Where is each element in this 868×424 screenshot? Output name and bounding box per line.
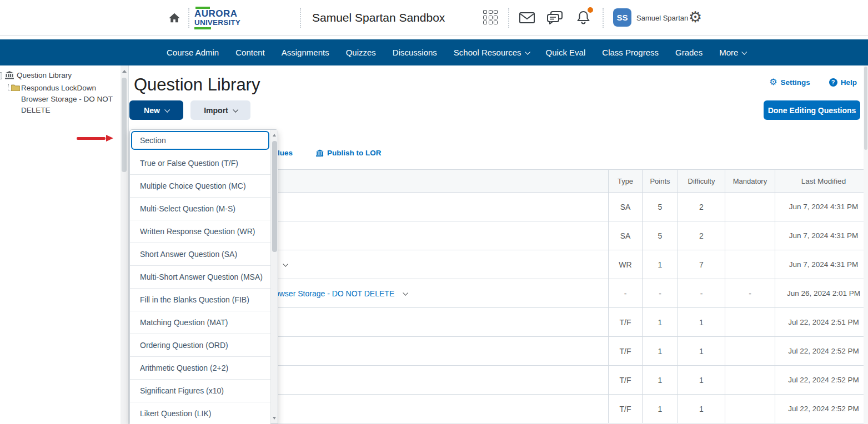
divider [188,8,189,28]
tree-item-respondus-folder[interactable]: Respondus LockDown Browser Storage - DO … [21,83,122,116]
publish-to-lor-link[interactable]: Publish to LOR [316,149,382,157]
cell-last-modified: Jul 22, 2024 2:52 PM [775,337,868,366]
new-button[interactable]: New [129,100,183,120]
email-icon[interactable] [518,9,536,27]
column-header-type: Type [608,170,642,193]
tree-item-label: Question Library [17,71,72,79]
column-header-last-modified: Last Modified [775,170,868,193]
cell-difficulty: - [678,279,725,308]
chevron-down-icon[interactable] [403,290,408,296]
cell-type: SA [608,193,642,221]
top-header: AURORA UNIVERSITY Samuel Spartan Sandbox… [0,0,868,36]
menu-item-significant-figures-x10[interactable]: Significant Figures (x10) [130,379,270,402]
menu-item-fill-in-the-blanks-question-fib[interactable]: Fill in the Blanks Question (FIB) [130,288,270,311]
page-action-links: ⚙ Settings ? Help [769,78,857,87]
nav-item-quick-eval[interactable]: Quick Eval [546,48,586,57]
menu-item-arithmetic-question-2-2[interactable]: Arithmetic Question (2+2) [130,356,270,379]
home-icon[interactable] [165,9,183,27]
chat-icon[interactable] [545,9,564,27]
sidebar-scrollbar[interactable] [121,65,128,424]
menu-item-multiple-choice-question-mc[interactable]: Multiple Choice Question (MC) [130,174,270,197]
help-link[interactable]: ? Help [829,78,857,87]
page-scrollbar[interactable] [864,65,868,424]
cell-mandatory [725,193,775,221]
cell-mandatory [725,308,775,337]
cell-difficulty: 1 [678,308,725,337]
cell-last-modified: Jun 7, 2024 4:31 PM [775,193,868,221]
cell-points: 1 [642,395,678,423]
cell-difficulty: 1 [678,395,725,423]
scroll-up-arrow[interactable] [122,70,127,73]
notification-dot [588,7,593,13]
divider [508,8,509,28]
settings-gear-icon: ⚙ [769,78,777,87]
dropdown-scrollbar[interactable] [270,130,278,423]
nav-item-assignments[interactable]: Assignments [282,48,329,57]
menu-item-section[interactable]: Section [131,131,269,150]
nav-item-more[interactable]: More [719,48,746,57]
scroll-thumb[interactable] [864,67,867,150]
lor-bank-icon [316,149,324,157]
nav-item-class-progress[interactable]: Class Progress [602,48,659,57]
cell-difficulty: 1 [678,366,725,395]
cell-type: T/F [608,366,642,395]
cell-last-modified: Jul 22, 2024 2:52 PM [775,366,868,395]
chevron-down-icon [164,107,170,113]
app-launcher-waffle-icon[interactable] [483,10,501,26]
nav-item-content[interactable]: Content [235,48,265,57]
divider [300,8,301,28]
nav-item-school-resources[interactable]: School Resources [454,48,529,57]
menu-item-multi-short-answer-question-msa[interactable]: Multi-Short Answer Question (MSA) [130,265,270,288]
cell-difficulty: 2 [678,193,725,221]
scroll-thumb[interactable] [122,78,127,172]
logo-line1: AURORA [194,9,248,19]
scroll-up-arrow[interactable] [273,134,276,137]
library-bank-icon [5,71,14,79]
cell-mandatory [725,221,775,250]
scroll-down-arrow[interactable] [273,417,276,420]
new-dropdown-menu: SectionTrue or False Question (T/F)Multi… [129,129,278,424]
cell-last-modified: Jul 22, 2024 2:51 PM [775,308,868,337]
user-name[interactable]: Samuel Spartan [636,14,688,22]
cell-type: T/F [608,395,642,423]
logo-line2: UNIVERSITY [194,19,248,26]
cell-type: T/F [608,308,642,337]
alerts-bell-icon[interactable] [574,9,593,27]
page-title: Question Library [134,75,260,95]
menu-item-likert-question-lik[interactable]: Likert Question (LIK) [130,402,270,424]
cell-mandatory: - [725,279,775,308]
scroll-thumb[interactable] [272,141,277,252]
nav-item-course-admin[interactable]: Course Admin [167,48,219,57]
menu-item-written-response-question-wr[interactable]: Written Response Question (WR) [130,220,270,243]
user-avatar[interactable]: SS [613,8,631,27]
org-unit-title[interactable]: Samuel Spartan Sandbox [312,11,445,24]
menu-item-true-or-false-question-t-f[interactable]: True or False Question (T/F) [130,152,270,174]
menu-item-short-answer-question-sa[interactable]: Short Answer Question (SA) [130,243,270,265]
admin-gear-icon[interactable]: ⚙ [689,8,702,27]
aurora-university-logo[interactable]: AURORA UNIVERSITY [194,7,248,29]
help-question-icon: ? [829,78,837,87]
chevron-down-icon [233,107,238,113]
divider [603,8,604,28]
menu-item-ordering-question-ord[interactable]: Ordering Question (ORD) [130,334,270,356]
cell-points: 1 [642,308,678,337]
column-header-difficulty: Difficulty [678,170,725,193]
cell-difficulty: 1 [678,337,725,366]
nav-item-discussions[interactable]: Discussions [393,48,437,57]
tree-item-question-library[interactable]: Question Library [0,71,72,79]
cell-mandatory [725,395,775,423]
row-context-chevron-icon[interactable] [283,261,288,267]
cell-difficulty: 2 [678,221,725,250]
import-button[interactable]: Import [190,100,250,120]
cell-points: - [642,279,678,308]
menu-item-multi-select-question-m-s[interactable]: Multi-Select Question (M-S) [130,197,270,220]
nav-item-quizzes[interactable]: Quizzes [346,48,376,57]
done-editing-questions-button[interactable]: Done Editing Questions [764,100,860,120]
cell-type: SA [608,221,642,250]
menu-item-matching-question-mat[interactable]: Matching Question (MAT) [130,311,270,334]
column-header-points: Points [642,170,678,193]
cell-mandatory [725,337,775,366]
settings-link[interactable]: ⚙ Settings [769,78,810,87]
cell-last-modified: Jun 26, 2024 2:01 PM [775,279,868,308]
nav-item-grades[interactable]: Grades [675,48,703,57]
